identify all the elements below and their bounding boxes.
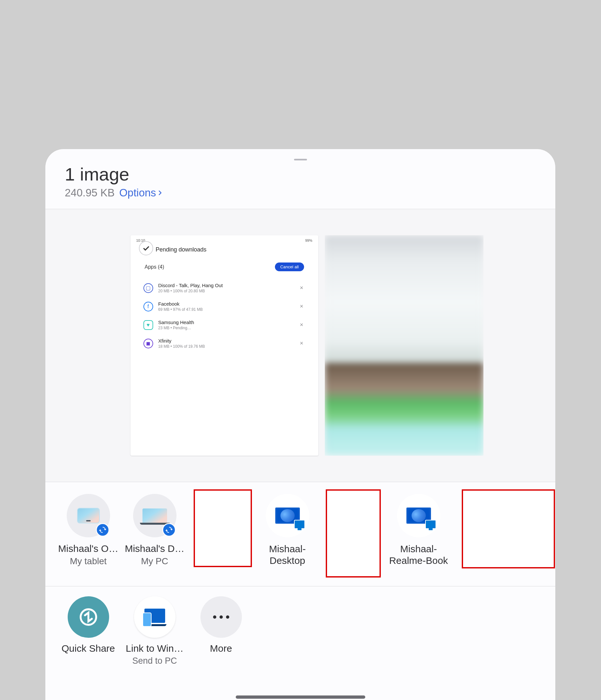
share-subrow: 240.95 KB Options: [65, 187, 536, 199]
mini-item-sub: 69 MB • 97% of 47.91 MB: [158, 307, 298, 312]
facebook-icon: f: [143, 302, 153, 311]
action-link-to-windows[interactable]: Link to Win… Send to PC: [122, 596, 188, 666]
quick-share-icon: [68, 596, 109, 638]
mini-cancel-all: Cancel all: [275, 262, 304, 271]
target-my-pc[interactable]: Mishaal's D… My PC: [122, 494, 188, 567]
share-sheet: 1 image 240.95 KB Options 10:10 99% Pend…: [45, 149, 555, 700]
xfinity-icon: ◼: [143, 339, 153, 348]
close-icon: ×: [298, 284, 305, 291]
mini-item-name: Samsung Health: [158, 320, 298, 325]
mini-apps-count: Apps (4): [145, 264, 164, 270]
link-to-windows-icon: [134, 596, 176, 638]
monitor-badge-icon: [425, 520, 436, 529]
mini-download-list: ▢ Discord - Talk, Play, Hang Out 20 MB •…: [143, 279, 305, 353]
device-avatar: [133, 494, 177, 537]
preview-row[interactable]: 10:10 99% Pending downloads Apps (4) Can…: [45, 209, 555, 481]
sync-badge-icon: [162, 523, 176, 537]
mini-status-battery: 99%: [305, 239, 312, 243]
list-item: ▢ Discord - Talk, Play, Hang Out 20 MB •…: [143, 279, 305, 297]
list-item: ◼ Xfinity 18 MB • 100% of 19.76 MB ×: [143, 334, 305, 353]
annotation-box: [462, 489, 555, 569]
action-label: More: [210, 643, 232, 654]
mini-item-name: Facebook: [158, 301, 298, 306]
gesture-nav-bar[interactable]: [236, 696, 365, 699]
mini-apps-header-row: Apps (4) Cancel all: [145, 262, 304, 271]
target-label: Mishaal-Desktop: [257, 543, 318, 567]
tablet-icon: [77, 508, 100, 523]
close-icon: ×: [298, 303, 305, 310]
options-link[interactable]: Options: [119, 187, 163, 199]
target-sublabel: My tablet: [70, 556, 107, 567]
mini-item-sub: 20 MB • 100% of 20.80 MB: [158, 289, 298, 293]
selection-check-icon[interactable]: [139, 241, 153, 255]
options-label: Options: [119, 187, 156, 199]
share-title: 1 image: [65, 164, 536, 185]
target-sublabel: My PC: [141, 556, 168, 567]
mini-page-title: Pending downloads: [156, 246, 207, 253]
list-item: f Facebook 69 MB • 97% of 47.91 MB ×: [143, 297, 305, 316]
target-desktop[interactable]: Mishaal-Desktop: [254, 494, 320, 567]
preview-thumbnail-2[interactable]: [325, 235, 484, 456]
laptop-icon: [142, 508, 167, 523]
monitor-badge-icon: [294, 520, 305, 529]
device-avatar: [67, 494, 110, 537]
share-targets-row[interactable]: Mishaal's O… My tablet Mishaal's D… My P…: [45, 482, 555, 586]
windows-monitor-icon: [275, 507, 300, 524]
preview-thumbnail-blurred: [325, 235, 484, 456]
annotation-box: [194, 489, 252, 567]
share-header: 1 image 240.95 KB Options: [45, 160, 555, 209]
target-label: Mishaal-Realme-Book: [388, 543, 449, 567]
target-my-tablet[interactable]: Mishaal's O… My tablet: [55, 494, 122, 567]
mini-item-sub: 23 MB • Pending…: [158, 326, 298, 330]
more-icon: [201, 596, 242, 638]
mini-item-name: Discord - Talk, Play, Hang Out: [158, 282, 298, 288]
action-label: Quick Share: [61, 643, 115, 654]
chevron-right-icon: [157, 190, 163, 196]
device-avatar: [266, 494, 309, 537]
samsung-health-icon: ♥: [143, 320, 153, 330]
target-label: Mishaal's D…: [125, 543, 184, 554]
mini-statusbar: 10:10 99%: [130, 239, 318, 243]
target-label: Mishaal's O…: [58, 543, 119, 554]
discord-icon: ▢: [143, 283, 153, 293]
action-more[interactable]: More: [188, 596, 254, 666]
share-actions-row: Quick Share Link to Win… Send to PC More: [45, 586, 555, 666]
target-realme-book[interactable]: Mishaal-Realme-Book: [385, 494, 452, 567]
preview-thumbnail-selected[interactable]: 10:10 99% Pending downloads Apps (4) Can…: [130, 235, 318, 456]
device-avatar: [397, 494, 440, 537]
action-quick-share[interactable]: Quick Share: [55, 596, 122, 666]
action-label: Link to Win…: [126, 643, 183, 654]
annotation-box: [326, 489, 381, 577]
list-item: ♥ Samsung Health 23 MB • Pending… ×: [143, 316, 305, 334]
close-icon: ×: [298, 322, 305, 328]
mini-item-sub: 18 MB • 100% of 19.76 MB: [158, 344, 298, 349]
close-icon: ×: [298, 340, 305, 347]
share-filesize: 240.95 KB: [65, 187, 115, 199]
mini-item-name: Xfinity: [158, 338, 298, 344]
windows-monitor-icon: [407, 507, 431, 524]
action-sublabel: Send to PC: [132, 656, 177, 666]
sync-badge-icon: [96, 523, 109, 537]
